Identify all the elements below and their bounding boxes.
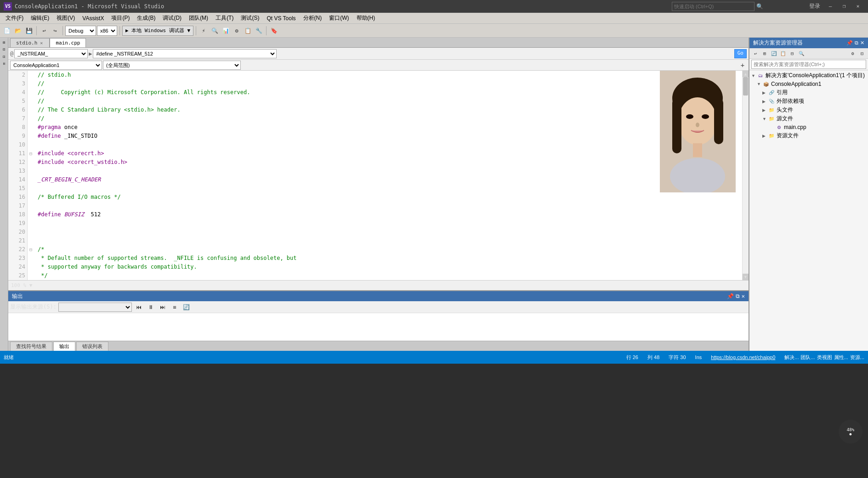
se-btn4[interactable]: 📋 xyxy=(779,49,787,57)
se-pin-icon[interactable]: 📌 xyxy=(846,40,853,46)
se-btn8[interactable]: ⊡ xyxy=(858,49,866,57)
close-button[interactable]: ✕ xyxy=(851,1,864,11)
scope-select-2[interactable]: (全局范围) xyxy=(103,61,241,70)
undo-btn[interactable]: ↩ xyxy=(39,26,49,36)
se-btn1[interactable]: ↩ xyxy=(751,49,760,57)
output-btn2[interactable]: ⏸ xyxy=(146,302,156,312)
tab-stdio-close[interactable]: ✕ xyxy=(39,40,44,45)
status-btn2[interactable]: 团队... xyxy=(800,354,815,361)
menu-debug[interactable]: 调试(D) xyxy=(159,13,185,23)
tree-sources[interactable]: ▼ 📁 源文件 xyxy=(749,114,868,123)
code-line-4: // Copyright (c) Microsoft Corporation. … xyxy=(38,88,738,97)
tree-external-deps[interactable]: ▶ 📎 外部依赖项 xyxy=(749,97,868,106)
status-btn5[interactable]: 资源... xyxy=(850,354,864,361)
tree-main-cpp[interactable]: ▶ ⚙ main.cpp xyxy=(749,123,868,131)
scope-select[interactable]: _NSTREAM_ xyxy=(14,49,88,58)
output-btn5[interactable]: 🔄 xyxy=(182,302,192,312)
code-line-25: */ xyxy=(38,271,738,280)
tree-project[interactable]: ▼ 📦 ConsoleApplication1 xyxy=(749,80,868,88)
ci-blank2 xyxy=(28,79,34,88)
se-float-icon[interactable]: ⧉ xyxy=(855,40,858,46)
menu-view[interactable]: 视图(V) xyxy=(53,13,79,23)
status-url[interactable]: https://blog.csdn.net/chaipp0 xyxy=(711,354,775,360)
float-icon[interactable]: ⧉ xyxy=(736,293,740,299)
menu-analyze[interactable]: 分析(N) xyxy=(300,13,326,23)
tree-solution[interactable]: ▼ 🗂 解决方案'ConsoleApplication1'(1 个项目) xyxy=(749,71,868,80)
menu-tools[interactable]: 工具(T) xyxy=(212,13,237,23)
tb-btn6[interactable]: 🔧 xyxy=(254,26,264,36)
restore-button[interactable]: ❐ xyxy=(838,1,851,11)
tree-references[interactable]: ▶ 🔗 引用 xyxy=(749,88,868,97)
left-icon-4[interactable]: ≡ xyxy=(1,61,7,67)
left-icon-2[interactable]: ⊟ xyxy=(1,46,7,52)
menu-test[interactable]: 测试(S) xyxy=(237,13,263,23)
code-content[interactable]: // stdio.h // // Copyright (c) Microsoft… xyxy=(34,71,742,280)
collapse-11[interactable]: ⊟ xyxy=(28,149,34,158)
tab-find-results[interactable]: 查找符号结果 xyxy=(10,342,52,351)
tree-resources[interactable]: ▶ 📁 资源文件 xyxy=(749,131,868,140)
quick-launch-input[interactable] xyxy=(672,2,755,11)
debug-config-select[interactable]: Debug Release xyxy=(65,26,96,36)
save-btn[interactable]: 💾 xyxy=(24,26,34,36)
scroll-thumb[interactable] xyxy=(743,77,748,96)
tab-bar: stdio.h ✕ main.cpp xyxy=(8,38,749,48)
se-close-icon[interactable]: ✕ xyxy=(860,40,864,46)
tb-btn3[interactable]: 📊 xyxy=(221,26,231,36)
output-source-select[interactable] xyxy=(58,303,132,312)
scroll-up-btn[interactable]: ▲ xyxy=(743,71,749,77)
menu-team[interactable]: 团队(M) xyxy=(185,13,212,23)
tab-output[interactable]: 输出 xyxy=(53,342,75,351)
status-btn3[interactable]: 类视图 xyxy=(817,354,832,361)
pin-icon[interactable]: 📌 xyxy=(727,293,734,299)
left-icon-3[interactable]: ⊡ xyxy=(1,54,7,60)
solution-explorer-toolbar: ↩ ⊞ 🔄 📋 ⊟ 🔍 ⚙ ⊡ xyxy=(749,48,868,59)
minimize-button[interactable]: — xyxy=(824,1,837,11)
open-btn[interactable]: 📂 xyxy=(13,26,23,36)
se-btn7[interactable]: ⚙ xyxy=(849,49,857,57)
go-button[interactable]: Go xyxy=(734,49,747,58)
se-btn3[interactable]: 🔄 xyxy=(770,49,778,57)
tree-headers[interactable]: ▶ 📁 头文件 xyxy=(749,106,868,114)
status-btn4[interactable]: 属性... xyxy=(834,354,848,361)
login-link[interactable]: 登录 xyxy=(809,2,820,10)
menu-window[interactable]: 窗口(W) xyxy=(325,13,352,23)
scroll-down-btn[interactable]: ▼ xyxy=(743,274,749,280)
menu-edit[interactable]: 编辑(E) xyxy=(27,13,53,23)
project-select[interactable]: ConsoleApplication1 xyxy=(10,61,102,70)
tb-btn4[interactable]: ⚙ xyxy=(232,26,242,36)
output-btn3[interactable]: ⏭ xyxy=(158,302,168,312)
output-btn4[interactable]: ≡ xyxy=(170,302,180,312)
code-line-15 xyxy=(38,184,738,193)
tab-main[interactable]: main.cpp xyxy=(50,38,86,47)
collapse-22[interactable]: ⊟ xyxy=(28,245,34,254)
menu-build[interactable]: 生成(B) xyxy=(133,13,159,23)
left-icon-1[interactable]: ⊞ xyxy=(1,39,7,45)
menu-file[interactable]: 文件(F) xyxy=(2,13,27,23)
se-btn5[interactable]: ⊟ xyxy=(788,49,796,57)
close-panel-icon[interactable]: ✕ xyxy=(742,293,745,299)
tb-btn2[interactable]: 🔍 xyxy=(210,26,220,36)
run-debug-btn[interactable]: ▶ 本地 Windows 调试器 ▼ xyxy=(122,26,193,36)
menu-help[interactable]: 帮助(H) xyxy=(353,13,379,23)
redo-btn[interactable]: ↪ xyxy=(50,26,60,36)
tab-error-list[interactable]: 错误列表 xyxy=(76,342,108,351)
expand-btn[interactable]: + xyxy=(738,61,747,69)
code-editor: 2 3 4 5 6 7 8 9 10 11 12 13 14 15 16 17 xyxy=(8,71,749,280)
platform-select[interactable]: x86 x64 xyxy=(97,26,117,36)
tb-btn5[interactable]: 📋 xyxy=(243,26,253,36)
new-project-btn[interactable]: 📄 xyxy=(2,26,12,36)
output-btn1[interactable]: ⏮ xyxy=(134,302,144,312)
solution-search-input[interactable] xyxy=(751,60,866,69)
symbol-select[interactable]: #define _NSTREAM_512 xyxy=(93,49,277,58)
ext-icon: 📎 xyxy=(768,98,775,105)
tb-btn1[interactable]: ⚡ xyxy=(199,26,209,36)
menu-qtvs[interactable]: Qt VS Tools xyxy=(263,14,299,22)
vertical-scrollbar[interactable]: ▲ ▼ xyxy=(742,71,749,280)
bookmark-btn[interactable]: 🔖 xyxy=(269,26,279,36)
se-btn6[interactable]: 🔍 xyxy=(797,49,806,57)
status-btn1[interactable]: 解决... xyxy=(784,354,799,361)
se-btn2[interactable]: ⊞ xyxy=(760,49,769,57)
menu-vassistx[interactable]: VAssistX xyxy=(79,14,108,22)
tab-stdio[interactable]: stdio.h ✕ xyxy=(10,38,50,47)
menu-project[interactable]: 项目(P) xyxy=(108,13,133,23)
